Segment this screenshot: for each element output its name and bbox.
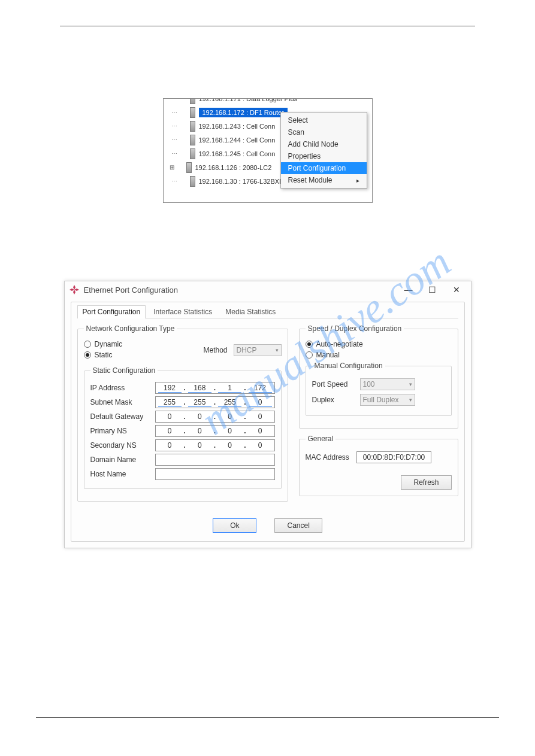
module-icon <box>190 98 195 104</box>
port-speed-select[interactable]: 100▾ <box>360 378 415 390</box>
radio-icon <box>306 341 313 348</box>
context-menu: Select Scan Add Child Node Properties Po… <box>280 112 367 189</box>
static-config-legend: Static Configuration <box>90 366 158 375</box>
method-label: Method <box>203 346 227 354</box>
domain-label: Domain Name <box>90 456 150 464</box>
domain-input[interactable] <box>155 454 275 466</box>
tab-iface-stats[interactable]: Interface Statistics <box>148 305 217 318</box>
app-icon <box>69 285 79 294</box>
tree-panel: 192.168.1.171 : Data Logger Plus 192.168… <box>163 98 373 203</box>
tree-label: 192.168.1.244 : Cell Conn <box>199 136 276 144</box>
ctx-reset-module[interactable]: Reset Module▸ <box>281 174 367 186</box>
duplex-label: Duplex <box>312 396 354 404</box>
manual-config-legend: Manual Configuration <box>312 362 385 370</box>
static-config-group: Static Configuration IP Address 192. 168… <box>84 366 282 489</box>
ethernet-port-config-dialog: Ethernet Port Configuration — ☐ ✕ Port C… <box>64 281 471 548</box>
radio-auto-negotiate[interactable]: Auto-negotiate <box>306 340 452 348</box>
port-speed-label: Port Speed <box>312 380 354 388</box>
chevron-down-icon: ▾ <box>276 347 279 353</box>
ctx-select[interactable]: Select <box>281 114 367 126</box>
secondary-ns-label: Secondary NS <box>90 441 150 450</box>
module-icon <box>186 162 192 173</box>
ctx-port-config[interactable]: Port Configuration <box>281 162 367 174</box>
subnet-label: Subnet Mask <box>90 398 150 406</box>
titlebar: Ethernet Port Configuration — ☐ ✕ <box>65 281 471 302</box>
ip-address-input[interactable]: 192. 168. 1. 172 <box>155 382 275 394</box>
network-config-legend: Network Configuration Type <box>84 324 177 333</box>
radio-icon <box>84 341 91 348</box>
cancel-button[interactable]: Cancel <box>274 518 322 533</box>
subnet-input[interactable]: 255. 255. 255. 0 <box>155 396 275 408</box>
host-input[interactable] <box>155 468 275 480</box>
module-icon <box>190 176 195 187</box>
ip-label: IP Address <box>90 384 150 392</box>
general-legend: General <box>306 435 336 443</box>
submenu-arrow-icon: ▸ <box>356 177 359 184</box>
tree-label: 192.168.1.172 : DF1 Router <box>199 108 288 117</box>
module-icon <box>190 135 195 145</box>
divider <box>36 717 499 718</box>
refresh-button[interactable]: Refresh <box>401 475 451 490</box>
minimize-button[interactable]: — <box>404 285 413 294</box>
chevron-down-icon: ▾ <box>409 381 412 387</box>
host-label: Host Name <box>90 470 150 478</box>
tabs: Port Configuration Interface Statistics … <box>77 305 458 318</box>
method-select[interactable]: DHCP▾ <box>234 344 282 356</box>
ok-button[interactable]: Ok <box>213 518 256 533</box>
manual-config-group: Manual Configuration Port Speed 100▾ Dup… <box>306 362 452 416</box>
tree-label: 192.168.1.245 : Cell Conn <box>199 150 276 157</box>
maximize-button[interactable]: ☐ <box>428 285 437 294</box>
mac-value: 00:0D:8D:F0:D7:00 <box>356 451 431 463</box>
tree-row-0[interactable]: 192.168.1.171 : Data Logger Plus <box>168 98 372 105</box>
gateway-input[interactable]: 0. 0. 0. 0 <box>155 411 275 423</box>
ctx-scan[interactable]: Scan <box>281 126 367 138</box>
radio-static[interactable]: Static <box>84 351 123 359</box>
primary-ns-input[interactable]: 0. 0. 0. 0 <box>155 425 275 437</box>
tab-port-config[interactable]: Port Configuration <box>77 305 146 318</box>
ctx-add-child[interactable]: Add Child Node <box>281 138 367 150</box>
gateway-label: Default Gateway <box>90 412 150 421</box>
module-icon <box>190 121 195 132</box>
radio-dynamic[interactable]: Dynamic <box>84 340 123 348</box>
radio-icon <box>84 351 91 359</box>
duplex-select[interactable]: Full Duplex▾ <box>360 394 415 406</box>
module-icon <box>190 107 195 118</box>
radio-manual[interactable]: Manual <box>306 351 452 359</box>
radio-icon <box>306 351 313 359</box>
general-group: General MAC Address 00:0D:8D:F0:D7:00 Re… <box>299 435 458 496</box>
chevron-down-icon: ▾ <box>409 397 412 403</box>
primary-ns-label: Primary NS <box>90 427 150 435</box>
module-icon <box>190 148 195 159</box>
ctx-properties[interactable]: Properties <box>281 150 367 162</box>
window-title: Ethernet Port Configuration <box>84 286 179 294</box>
speed-duplex-group: Speed / Duplex Configuration Auto-negoti… <box>299 324 458 429</box>
expander-icon[interactable]: ⊞ <box>168 164 176 171</box>
network-config-group: Network Configuration Type Dynamic Stati… <box>77 324 288 502</box>
speed-duplex-legend: Speed / Duplex Configuration <box>306 324 404 333</box>
tree-label: 192.168.1.243 : Cell Conn <box>199 123 276 130</box>
tree-label: 192.168.1.171 : Data Logger Plus <box>199 98 298 102</box>
close-button[interactable]: ✕ <box>452 285 461 294</box>
tree-label: 192.168.1.126 : 2080-LC2 <box>195 164 272 171</box>
mac-label: MAC Address <box>306 453 349 462</box>
secondary-ns-input[interactable]: 0. 0. 0. 0 <box>155 439 275 451</box>
tab-media-stats[interactable]: Media Statistics <box>220 305 281 318</box>
divider <box>60 26 475 26</box>
